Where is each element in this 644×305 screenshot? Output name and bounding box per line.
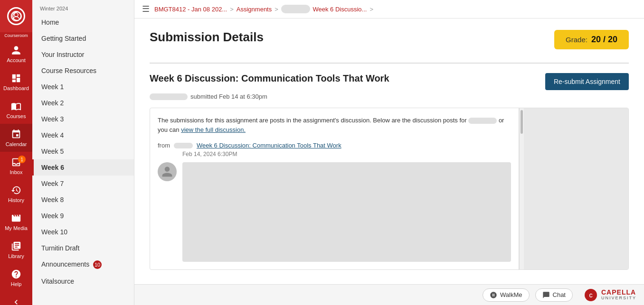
sidebar-item-week-1[interactable]: Week 1: [32, 79, 134, 95]
sidebar-item-library[interactable]: Library: [0, 236, 32, 264]
sidebar-item-your-instructor[interactable]: Your Instructor: [32, 46, 134, 63]
sidebar-item-history[interactable]: History: [0, 180, 32, 208]
grade-label: Grade:: [566, 36, 587, 44]
post-discussion-link[interactable]: Week 6 Discussion: Communication Tools T…: [197, 142, 341, 149]
svg-point-1: [14, 13, 18, 17]
sidebar-item-home[interactable]: Home: [32, 14, 134, 30]
library-label: Library: [8, 253, 24, 259]
history-icon: [10, 185, 22, 196]
sidebar-item-week-5[interactable]: Week 5: [32, 143, 134, 159]
sidebar-item-week-7[interactable]: Week 7: [32, 176, 134, 192]
sidebar-item-course-resources[interactable]: Course Resources: [32, 63, 134, 79]
breadcrumb-pill: [281, 5, 310, 13]
history-label: History: [8, 197, 24, 203]
sidebar-item-calendar[interactable]: Calendar: [0, 124, 32, 152]
help-label: Help: [11, 281, 22, 287]
avatar: [158, 162, 177, 181]
sidebar-item-week-10[interactable]: Week 10: [32, 224, 134, 240]
capella-sub: UNIVERSITY: [601, 296, 636, 301]
app-logo: [0, 0, 32, 32]
walkme-icon: [490, 291, 497, 299]
post-from-row: from Week 6 Discussion: Communication To…: [158, 142, 511, 149]
help-icon: [10, 268, 22, 280]
svg-text:C: C: [589, 293, 592, 298]
sidebar-item-inbox[interactable]: Inbox 1: [0, 152, 32, 180]
assignment-title: Week 6 Discussion: Communication Tools T…: [150, 73, 389, 84]
post-body-row: [158, 162, 511, 262]
sidebar-item-announcements[interactable]: Announcements 10: [32, 256, 134, 273]
walkme-label: WalkMe: [500, 291, 522, 298]
post-from-pill: [174, 143, 193, 148]
view-full-discussion-link[interactable]: view the full discussion.: [181, 126, 246, 133]
calendar-label: Calendar: [6, 141, 27, 147]
capella-text: CAPELLA UNIVERSITY: [601, 289, 636, 301]
sidebar-item-week-3[interactable]: Week 3: [32, 111, 134, 127]
main-content: ☰ BMGT8412 - Jan 08 202... > Assignments…: [134, 0, 644, 305]
breadcrumb-bar: ☰ BMGT8412 - Jan 08 202... > Assignments…: [134, 0, 644, 18]
library-icon: [10, 240, 22, 252]
courses-label: Courses: [7, 113, 26, 119]
sidebar-item-week-9[interactable]: Week 9: [32, 208, 134, 224]
sidebar-item-help[interactable]: Help: [0, 264, 32, 292]
grade-box: Grade: 20 / 20: [554, 30, 629, 49]
discussion-notice: The submissions for this assignment are …: [158, 116, 511, 134]
discussion-box: The submissions for this assignment are …: [150, 108, 629, 270]
sidebar-item-turnitin-draft[interactable]: Turnitin Draft: [32, 240, 134, 256]
submission-header: Submission Details Grade: 20 / 20: [150, 30, 629, 49]
inbox-badge: 1: [18, 156, 26, 163]
bottom-bar: WalkMe Chat C CAPELLA UNIVERSITY: [134, 284, 644, 305]
sidebar-nav: Courseroom Account Dashboard Courses Cal…: [0, 0, 32, 305]
menu-button[interactable]: ☰: [142, 4, 150, 14]
course-term: Winter 2024: [32, 0, 134, 14]
sidebar-item-my-media[interactable]: My Media: [0, 208, 32, 236]
user-name-pill: [468, 118, 497, 124]
post-date: Feb 14, 2024 6:30PM: [182, 151, 511, 157]
breadcrumb-sep-3: >: [369, 6, 373, 13]
grade-value: 20 / 20: [591, 35, 617, 45]
courses-icon: [10, 101, 22, 112]
sidebar-item-week-8[interactable]: Week 8: [32, 192, 134, 208]
assignment-section: Week 6 Discussion: Communication Tools T…: [150, 63, 629, 270]
post-content-placeholder: [182, 162, 511, 262]
sidebar-item-courses[interactable]: Courses: [0, 96, 32, 124]
sidebar-item-week-6[interactable]: Week 6: [32, 159, 134, 176]
course-sidebar: Winter 2024 Home Getting Started Your In…: [32, 0, 134, 305]
sidebar-item-week-2[interactable]: Week 2: [32, 95, 134, 111]
submission-area: Submission Details Grade: 20 / 20 Week 6…: [134, 18, 644, 284]
announcements-badge: 10: [93, 260, 102, 269]
post-from-label: from: [158, 142, 170, 149]
capella-logo-icon: C: [584, 288, 597, 302]
chat-icon: [542, 291, 550, 299]
chat-button[interactable]: Chat: [535, 288, 573, 302]
breadcrumb-course[interactable]: BMGT8412 - Jan 08 202...: [154, 6, 227, 13]
submission-title: Submission Details: [150, 30, 264, 45]
media-icon: [10, 213, 22, 224]
sidebar-item-vitalsource[interactable]: Vitalsource: [32, 273, 134, 289]
sidebar-item-week-4[interactable]: Week 4: [32, 127, 134, 143]
discussion-right-panel: [524, 108, 628, 269]
discussion-scrollbar[interactable]: [519, 108, 524, 269]
my-media-label: My Media: [5, 225, 28, 231]
resubmit-button[interactable]: Re-submit Assignment: [545, 73, 629, 90]
sidebar-item-dashboard[interactable]: Dashboard: [0, 68, 32, 96]
discussion-main: The submissions for this assignment are …: [150, 108, 519, 269]
submitted-text: submitted Feb 14 at 6:30pm: [190, 93, 267, 100]
inbox-label: Inbox: [10, 169, 23, 175]
capella-logo: C CAPELLA UNIVERSITY: [584, 288, 636, 302]
courseroom-label: Courseroom: [4, 33, 28, 38]
capella-name: CAPELLA: [601, 289, 636, 296]
assignment-title-row: Week 6 Discussion: Communication Tools T…: [150, 73, 629, 90]
sidebar-item-account[interactable]: Account: [0, 40, 32, 68]
breadcrumb-current[interactable]: Week 6 Discussio...: [313, 6, 367, 13]
submitter-pill: [150, 93, 188, 100]
calendar-icon: [10, 129, 22, 140]
person-icon: [10, 45, 22, 56]
breadcrumb-sep-2: >: [275, 6, 278, 13]
breadcrumb-assignments[interactable]: Assignments: [237, 6, 272, 13]
walkme-button[interactable]: WalkMe: [483, 288, 529, 302]
dashboard-label: Dashboard: [3, 85, 29, 91]
chat-label: Chat: [553, 291, 566, 298]
collapse-button[interactable]: [0, 292, 32, 305]
account-label: Account: [7, 57, 26, 63]
sidebar-item-getting-started[interactable]: Getting Started: [32, 30, 134, 46]
